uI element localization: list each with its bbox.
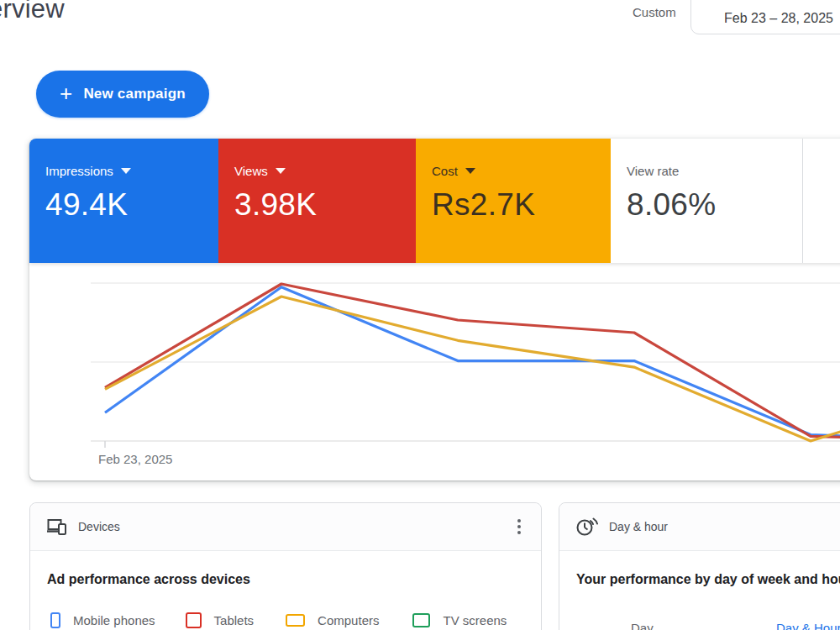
legend-label: Computers: [318, 613, 379, 627]
legend-label: TV screens: [443, 613, 507, 627]
metric-card-cost[interactable]: Cost Rs2.7K: [416, 139, 611, 263]
day-hour-card-header: Day & hour: [559, 503, 840, 551]
new-campaign-button[interactable]: + New campaign: [36, 71, 209, 118]
devices-card-header: Devices: [30, 503, 541, 551]
day-hour-card: Day & hour Your performance by day of we…: [559, 502, 840, 630]
line-chart-svg: [88, 277, 840, 470]
page-title: Overview: [0, 0, 65, 24]
computer-icon: [286, 614, 305, 627]
devices-card-title: Devices: [78, 520, 120, 533]
new-campaign-label: New campaign: [83, 86, 185, 102]
metric-label: Cost: [432, 164, 458, 178]
day-hour-card-heading: Your performance by day of week and hour: [576, 572, 840, 587]
date-range-picker[interactable]: Feb 23 – 28, 2025: [690, 0, 840, 34]
chart-line-cost: [105, 297, 840, 441]
chevron-down-icon: [121, 168, 131, 174]
legend-item-computers[interactable]: Computers: [286, 613, 379, 627]
legend-label: Mobile phones: [73, 613, 155, 627]
metric-card-partial: [802, 139, 840, 263]
date-preset-custom[interactable]: Custom: [633, 5, 676, 19]
legend-item-mobile-phones[interactable]: Mobile phones: [50, 612, 155, 628]
tablet-icon: [186, 612, 202, 628]
overview-panel: Impressions 49.4K Views 3.98K Cost Rs2.7…: [29, 139, 840, 480]
chevron-down-icon: [465, 168, 475, 174]
devices-card-heading: Ad performance across devices: [47, 572, 541, 587]
metric-value: Rs2.7K: [432, 187, 611, 223]
clock-icon: [576, 517, 598, 537]
chevron-down-icon: [276, 168, 286, 174]
metric-card-views[interactable]: Views 3.98K: [218, 139, 416, 263]
metric-value: 49.4K: [45, 187, 218, 223]
kebab-menu-icon[interactable]: [514, 516, 524, 538]
devices-card: Devices Ad performance across devices Mo…: [29, 502, 542, 630]
toggle-day-and-hour[interactable]: Day & Hour: [776, 621, 840, 630]
overview-chart: [88, 277, 840, 470]
legend-label: Tablets: [214, 613, 255, 627]
devices-legend: Mobile phones Tablets Computers TV scree…: [50, 612, 541, 628]
metric-card-impressions[interactable]: Impressions 49.4K: [29, 139, 218, 263]
plus-icon: +: [60, 82, 72, 104]
toggle-day[interactable]: Day: [631, 621, 654, 630]
day-hour-card-title: Day & hour: [609, 520, 668, 533]
legend-item-tablets[interactable]: Tablets: [186, 612, 255, 628]
devices-icon: [47, 518, 67, 536]
legend-item-tv-screens[interactable]: TV screens: [412, 613, 507, 627]
metric-value: 3.98K: [234, 187, 416, 223]
date-range-label: Feb 23 – 28, 2025: [724, 11, 833, 26]
chart-line-impressions: [105, 287, 840, 441]
tv-screen-icon: [412, 613, 430, 627]
metric-label: Views: [234, 164, 268, 178]
mobile-phone-icon: [50, 612, 60, 628]
metric-label: View rate: [627, 164, 679, 178]
metric-card-view-rate[interactable]: View rate 8.06%: [611, 139, 802, 263]
metric-strip: Impressions 49.4K Views 3.98K Cost Rs2.7…: [29, 139, 840, 263]
metric-label: Impressions: [45, 164, 113, 178]
chart-x-axis-label: Feb 23, 2025: [98, 452, 172, 466]
metric-value: 8.06%: [627, 187, 802, 223]
